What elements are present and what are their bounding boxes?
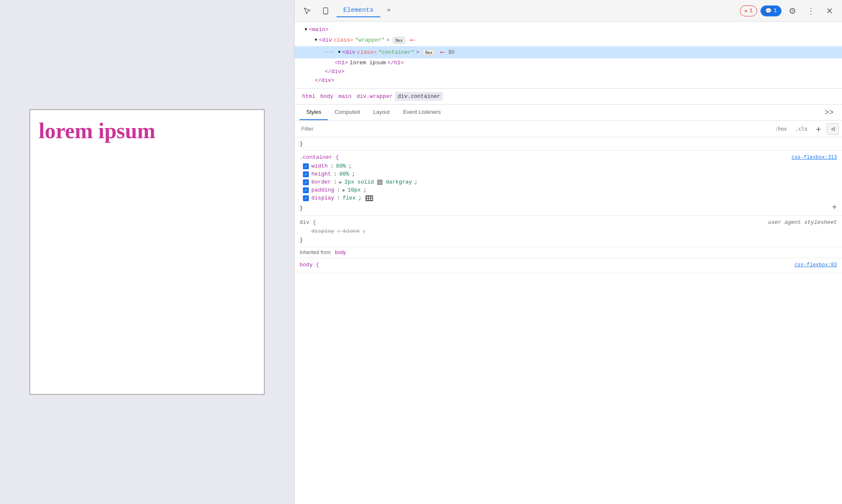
- inherited-element[interactable]: body: [335, 249, 346, 255]
- dom-tree: ▼ <main> ▼ <div class= "wrapper" > flex …: [295, 22, 842, 89]
- dollar-zero: $0: [448, 50, 454, 55]
- body-rule-hint: body { css-flexbox:83: [295, 258, 842, 273]
- tab-more[interactable]: »: [380, 4, 397, 17]
- ua-selector[interactable]: div {: [300, 219, 316, 226]
- breadcrumb-bar: html body main div.wrapper div.container: [295, 89, 842, 105]
- tab-layout[interactable]: Layout: [366, 105, 396, 120]
- add-style-button[interactable]: +: [813, 123, 824, 135]
- breadcrumb-html[interactable]: html: [300, 92, 318, 101]
- body-rule-header: body { css-flexbox:83: [300, 262, 837, 268]
- container-source[interactable]: css-flexbox:313: [792, 155, 837, 160]
- dom-line-close-container[interactable]: </div>: [295, 67, 842, 76]
- prop-height: height : 80% ;: [300, 170, 837, 178]
- container-selector[interactable]: .container {: [300, 154, 339, 160]
- error-icon: ✕: [745, 8, 748, 14]
- devtools-main-tabs: Elements »: [337, 4, 737, 17]
- breadcrumb-body[interactable]: body: [318, 92, 336, 101]
- error-badge[interactable]: ✕ 1: [740, 5, 758, 16]
- ua-rule: div { user agent stylesheet display : bl…: [295, 216, 842, 247]
- tab-computed[interactable]: Computed: [328, 105, 366, 120]
- devtools-panel: Elements » ✕ 1 💬 1 ⚙ ⋮ ✕ ▼ <main> ▼ <div…: [294, 0, 842, 504]
- dom-line-wrapper[interactable]: ▼ <div class= "wrapper" > flex ←: [295, 34, 842, 46]
- expand-border-icon[interactable]: ▶: [339, 180, 342, 185]
- ua-source: user agent stylesheet: [768, 219, 837, 226]
- hov-button[interactable]: :hov: [772, 125, 789, 133]
- checkbox-height[interactable]: [303, 171, 309, 177]
- checkbox-padding[interactable]: [303, 187, 309, 193]
- styles-panel[interactable]: } .container { css-flexbox:313 width : 8…: [295, 137, 842, 504]
- rtl-toggle-button[interactable]: ◁: [827, 123, 839, 135]
- body-source[interactable]: css-flexbox:83: [795, 262, 837, 268]
- flex-badge-container: flex: [423, 49, 435, 56]
- flex-layout-icon[interactable]: [366, 195, 373, 201]
- error-count: 1: [749, 8, 753, 14]
- color-swatch-darkgray[interactable]: [377, 180, 382, 185]
- dom-line-main[interactable]: ▼ <main>: [295, 25, 842, 34]
- arrow-red-wrapper: ←: [410, 35, 415, 45]
- preview-heading: lorem ipsum: [39, 118, 155, 143]
- body-selector[interactable]: body {: [300, 262, 319, 268]
- cls-button[interactable]: .cls: [793, 125, 810, 133]
- checkbox-display[interactable]: [303, 195, 309, 201]
- closing-brace: }: [300, 205, 303, 211]
- more-options-button[interactable]: ⋮: [803, 3, 818, 18]
- browser-preview: lorem ipsum: [0, 0, 294, 504]
- prop-padding: padding : ▶ 10px ;: [300, 186, 837, 194]
- panel-tabs: Styles Computed Layout Event Listeners >…: [295, 105, 842, 121]
- breadcrumb-main[interactable]: main: [336, 92, 354, 101]
- breadcrumb-div-container[interactable]: div.container: [395, 92, 442, 101]
- partial-rule: }: [295, 137, 842, 151]
- preview-container: lorem ipsum: [29, 109, 265, 395]
- checkbox-width[interactable]: [303, 163, 309, 169]
- prop-border: border : ▶ 2px solid darkgray ;: [300, 178, 837, 186]
- tab-styles[interactable]: Styles: [300, 105, 328, 120]
- devtools-toolbar: Elements » ✕ 1 💬 1 ⚙ ⋮ ✕: [295, 0, 842, 22]
- flex-badge-wrapper: flex: [393, 37, 405, 44]
- prop-display-ua: display : block ;: [300, 227, 837, 235]
- inherited-label: Inherited from body: [295, 247, 842, 258]
- tab-more-icon[interactable]: >>: [821, 105, 837, 120]
- chevron-down-icon: ▼: [315, 38, 317, 42]
- overflow-dots: ···: [325, 49, 334, 55]
- arrow-red-container: ←: [440, 47, 445, 57]
- dom-line-h1[interactable]: <h1> lorem ipsum </h1>: [295, 58, 842, 67]
- expand-padding-icon[interactable]: ▶: [342, 188, 345, 193]
- settings-button[interactable]: ⚙: [785, 3, 800, 18]
- message-badge[interactable]: 💬 1: [760, 5, 781, 16]
- ua-closing-brace: }: [300, 237, 303, 243]
- dom-line-container[interactable]: ··· ▼ <div class= "container" > flex ← $…: [295, 46, 842, 58]
- message-icon: 💬: [765, 8, 772, 14]
- container-rule: .container { css-flexbox:313 width : 80%…: [295, 151, 842, 216]
- container-rule-header: .container { css-flexbox:313: [300, 154, 837, 160]
- chevron-down-icon: ▼: [338, 50, 340, 55]
- add-property-button[interactable]: +: [832, 204, 837, 212]
- dom-line-close-wrapper[interactable]: </div>: [295, 76, 842, 85]
- device-toggle-button[interactable]: [318, 3, 333, 18]
- message-count: 1: [774, 8, 777, 14]
- filter-input[interactable]: [298, 126, 769, 132]
- tab-event-listeners[interactable]: Event Listeners: [396, 105, 447, 120]
- prop-width: width : 80% ;: [300, 162, 837, 170]
- breadcrumb-div-wrapper[interactable]: div.wrapper: [354, 92, 395, 101]
- checkbox-border[interactable]: [303, 179, 309, 185]
- inspect-element-button[interactable]: [300, 3, 315, 18]
- prop-display: display : flex ;: [300, 194, 837, 202]
- svg-rect-0: [324, 8, 328, 14]
- chevron-down-icon: ▼: [305, 27, 307, 32]
- tab-elements[interactable]: Elements: [337, 4, 380, 17]
- close-devtools-button[interactable]: ✕: [822, 3, 837, 18]
- filter-bar: :hov .cls + ◁: [295, 121, 842, 137]
- ua-rule-header: div { user agent stylesheet: [300, 219, 837, 226]
